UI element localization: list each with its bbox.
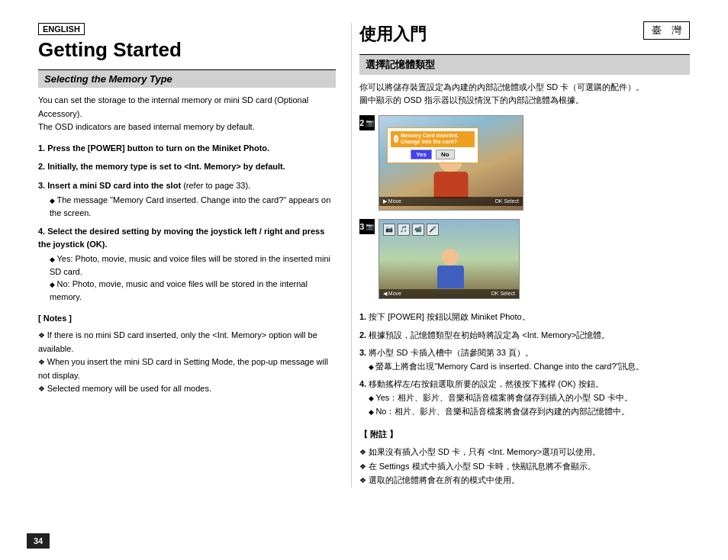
zh-step-4-bullet-2: No：相片、影片、音樂和語音檔案將會儲存到內建的內部記憶體中。 — [369, 405, 690, 419]
dialog-no-button[interactable]: No — [436, 150, 455, 159]
sub-header-en: Selecting the Memory Type — [38, 70, 336, 88]
camera-icon-3: 📷 — [366, 223, 374, 230]
notes-zh: 【 附註 】 如果沒有插入小型 SD 卡，只有 <Int. Memory>選項可… — [359, 427, 690, 488]
english-badge: ENGLISH — [38, 23, 85, 35]
zh-step-1: 1. 按下 [POWER] 按鈕以開啟 Miniket Photo。 — [359, 311, 690, 324]
osd-icon-3: 📹 — [412, 224, 424, 236]
memory-card-dialog: ! Memory Card inserted. Change into the … — [387, 127, 478, 163]
step-2-en: 2. Initially, the memory type is set to … — [38, 160, 336, 173]
image-number-3: 3 📷 — [359, 219, 375, 234]
image-number-2: 2 📷 — [359, 115, 375, 130]
step-3-bullet-1: The message "Memory Card inserted. Chang… — [50, 194, 336, 219]
notes-en: [ Notes ] If there is no mini SD card in… — [38, 312, 336, 396]
taiwan-badge: 臺 灣 — [643, 21, 690, 40]
osd-icon-2: 🎵 — [398, 224, 410, 236]
toolbar3-right: OK Select — [491, 291, 515, 297]
zh-step-4-bullet-1: Yes：相片、影片、音樂和語音檔案將會儲存到插入的小型 SD 卡中。 — [369, 391, 690, 405]
image-toolbar-2: ▶ Move OK Select — [379, 197, 523, 206]
zh-note-3: 選取的記憶體將會在所有的模式中使用。 — [359, 473, 690, 488]
steps-list-en: 1. Press the [POWER] button to turn on t… — [38, 142, 336, 304]
right-column: 使用入門 選擇記憶體類型 你可以將儲存裝置設定為內建的內部記憶體或小型 SD 卡… — [351, 23, 690, 488]
left-column: ENGLISH Getting Started Selecting the Me… — [38, 23, 351, 488]
zh-note-2: 在 Settings 模式中插入小型 SD 卡時，快顯訊息將不會顯示。 — [359, 459, 690, 474]
camera-photo-3: 📷 🎵 📹 🎤 ◀ Move OK Select — [378, 219, 520, 299]
osd-bar-3: 📷 🎵 📹 🎤 — [383, 224, 515, 236]
zh-step-3-bullet-1: 螢幕上將會出現"Memory Card is inserted. Change … — [369, 360, 690, 374]
description-en: You can set the storage to the internal … — [38, 94, 336, 134]
dialog-header: ! Memory Card inserted. Change into the … — [391, 131, 475, 147]
description-zh: 你可以將儲存裝置設定為內建的內部記憶體或小型 SD 卡（可選購的配件）。 圖中顯… — [359, 81, 690, 108]
image-row-2: 2 📷 ! — [359, 115, 690, 211]
steps-list-zh: 1. 按下 [POWER] 按鈕以開啟 Miniket Photo。 2. 根據… — [359, 311, 690, 418]
sub-header-zh: 選擇記憶體類型 — [359, 55, 690, 75]
note-1-en: If there is no mini SD card inserted, on… — [38, 329, 336, 356]
toolbar3-left: ◀ Move — [383, 291, 401, 297]
dialog-yes-button[interactable]: Yes — [411, 150, 432, 159]
zh-step-3: 3. 將小型 SD 卡插入槽中（請參閱第 33 頁）。 螢幕上將會出現"Memo… — [359, 346, 690, 373]
image-row-3: 3 📷 📷 🎵 — [359, 219, 690, 299]
camera-icon-2: 📷 — [366, 119, 374, 127]
note-3-en: Selected memory will be used for all mod… — [38, 382, 336, 396]
page-title-zh: 使用入門 — [359, 23, 690, 47]
toolbar-move: ▶ Move — [383, 198, 401, 204]
step-4-bullet-2-en: No: Photo, movie, music and voice files … — [50, 278, 336, 303]
images-area: 2 📷 ! — [359, 115, 690, 303]
zh-note-1: 如果沒有插入小型 SD 卡，只有 <Int. Memory>選項可以使用。 — [359, 445, 690, 459]
step-4-en: 4. Select the desired setting by moving … — [38, 225, 336, 303]
zh-step-2: 2. 根據預設，記憶體類型在初始時將設定為 <Int. Memory>記憶體。 — [359, 329, 690, 343]
camera-photo-2: ! Memory Card inserted. Change into the … — [378, 115, 523, 211]
step-4-bullet-1-en: Yes: Photo, movie, music and voice files… — [50, 253, 336, 278]
image-toolbar-3: ◀ Move OK Select — [379, 289, 519, 298]
toolbar-ok: OK Select — [494, 198, 519, 204]
page-number: 34 — [27, 533, 50, 549]
step-1-en: 1. Press the [POWER] button to turn on t… — [38, 142, 336, 155]
warning-icon: ! — [394, 135, 398, 143]
page: 臺 灣 ENGLISH Getting Started Selecting th… — [0, 0, 728, 560]
dialog-buttons: Yes No — [391, 150, 475, 159]
note-2-en: When you insert the mini SD card in Sett… — [38, 356, 336, 382]
osd-icon-4: 🎤 — [427, 224, 439, 236]
osd-icon-1: 📷 — [383, 224, 395, 236]
page-title-en: Getting Started — [38, 38, 336, 62]
step-3-en: 3. Insert a mini SD card into the slot (… — [38, 179, 336, 220]
zh-step-4: 4. 移動搖桿左/右按鈕選取所要的設定，然後按下搖桿 (OK) 按鈕。 Yes：… — [359, 378, 690, 418]
